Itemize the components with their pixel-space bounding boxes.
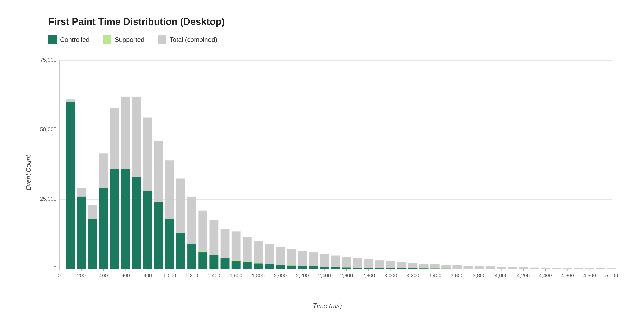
svg-rect-144: [364, 268, 373, 269]
svg-rect-133: [331, 256, 340, 269]
svg-text:3,000: 3,000: [384, 273, 397, 278]
svg-rect-123: [287, 266, 296, 269]
svg-rect-157: [419, 264, 429, 269]
svg-rect-162: [430, 269, 440, 269]
svg-rect-208: [607, 268, 616, 269]
svg-rect-78: [121, 169, 130, 269]
total-label: Total (combined): [170, 36, 217, 43]
svg-rect-69: [88, 219, 97, 269]
svg-text:2,600: 2,600: [340, 273, 353, 278]
main-chart-svg: 025,00050,00075,00002004006008001,0001,2…: [32, 55, 623, 291]
svg-rect-190: [541, 268, 550, 269]
svg-rect-99: [198, 252, 207, 269]
svg-rect-136: [342, 257, 351, 269]
svg-rect-147: [375, 268, 384, 269]
svg-rect-145: [375, 260, 384, 269]
svg-rect-193: [552, 268, 561, 269]
svg-rect-138: [342, 268, 351, 269]
svg-rect-102: [209, 255, 218, 269]
svg-text:2,200: 2,200: [296, 273, 309, 278]
svg-text:2,800: 2,800: [362, 273, 375, 278]
svg-rect-142: [364, 259, 373, 269]
svg-text:600: 600: [121, 273, 130, 278]
svg-rect-63: [66, 102, 75, 269]
svg-rect-132: [320, 267, 329, 269]
svg-rect-154: [408, 263, 418, 269]
svg-text:0: 0: [54, 265, 57, 271]
svg-rect-166: [452, 265, 462, 269]
svg-rect-114: [254, 264, 263, 269]
chart-container: First Paint Time Distribution (Desktop) …: [0, 0, 644, 322]
svg-rect-151: [397, 262, 406, 269]
svg-rect-169: [463, 266, 473, 269]
svg-rect-135: [331, 267, 340, 269]
svg-rect-66: [77, 197, 86, 269]
svg-text:200: 200: [77, 273, 86, 278]
legend-item-controlled: Controlled: [48, 35, 89, 44]
svg-rect-172: [475, 266, 484, 269]
svg-text:4,000: 4,000: [495, 273, 508, 278]
svg-rect-105: [221, 258, 230, 269]
svg-rect-199: [574, 268, 583, 269]
svg-rect-184: [519, 267, 528, 269]
svg-text:3,400: 3,400: [429, 273, 441, 278]
svg-rect-177: [486, 269, 495, 269]
y-axis-label: Event Count: [25, 155, 32, 191]
svg-text:2,400: 2,400: [318, 273, 331, 278]
svg-text:400: 400: [99, 273, 108, 278]
supported-label: Supported: [115, 36, 144, 43]
svg-rect-130: [320, 254, 329, 269]
svg-text:4,200: 4,200: [517, 273, 530, 278]
svg-rect-90: [165, 219, 174, 269]
svg-rect-159: [419, 268, 429, 269]
svg-rect-187: [530, 268, 539, 269]
total-swatch: [158, 35, 166, 44]
svg-text:3,800: 3,800: [473, 273, 486, 278]
legend-item-supported: Supported: [103, 35, 144, 44]
svg-rect-175: [486, 266, 495, 269]
legend-item-total: Total (combined): [158, 35, 217, 44]
svg-rect-117: [265, 264, 274, 269]
svg-rect-163: [441, 265, 451, 269]
svg-rect-148: [386, 261, 395, 269]
x-axis-label: Time (ms): [313, 302, 342, 310]
svg-rect-181: [508, 267, 517, 269]
svg-text:4,600: 4,600: [561, 273, 574, 278]
svg-rect-126: [298, 266, 307, 269]
svg-rect-81: [132, 177, 141, 269]
svg-rect-171: [463, 269, 473, 269]
svg-rect-87: [154, 202, 163, 269]
svg-rect-202: [585, 268, 594, 269]
svg-rect-165: [441, 269, 451, 269]
svg-rect-120: [276, 265, 285, 269]
svg-text:4,800: 4,800: [583, 273, 596, 278]
svg-text:25,000: 25,000: [40, 196, 57, 202]
svg-rect-84: [143, 191, 152, 269]
svg-text:1,600: 1,600: [230, 273, 243, 278]
svg-rect-141: [353, 268, 362, 269]
svg-rect-129: [309, 266, 318, 269]
svg-rect-168: [452, 269, 462, 269]
svg-rect-186: [519, 269, 528, 269]
svg-rect-180: [497, 269, 506, 269]
svg-rect-196: [563, 268, 572, 269]
svg-rect-183: [508, 269, 517, 269]
svg-rect-108: [232, 261, 241, 269]
svg-rect-93: [176, 233, 185, 269]
svg-text:800: 800: [143, 273, 152, 278]
svg-text:2,000: 2,000: [274, 273, 287, 278]
controlled-label: Controlled: [60, 36, 89, 43]
svg-rect-174: [475, 269, 484, 269]
svg-rect-150: [386, 268, 395, 269]
svg-text:50,000: 50,000: [40, 126, 57, 132]
svg-rect-205: [596, 268, 605, 269]
chart-area: Event Count Time (ms) 025,00050,00075,00…: [32, 55, 623, 291]
svg-text:4,400: 4,400: [539, 273, 552, 278]
svg-rect-111: [243, 262, 252, 269]
svg-rect-160: [430, 264, 440, 269]
svg-text:3,600: 3,600: [451, 273, 463, 278]
svg-text:5,000: 5,000: [605, 273, 618, 278]
svg-text:3,200: 3,200: [407, 273, 419, 278]
svg-rect-96: [187, 244, 196, 269]
controlled-swatch: [48, 35, 57, 44]
